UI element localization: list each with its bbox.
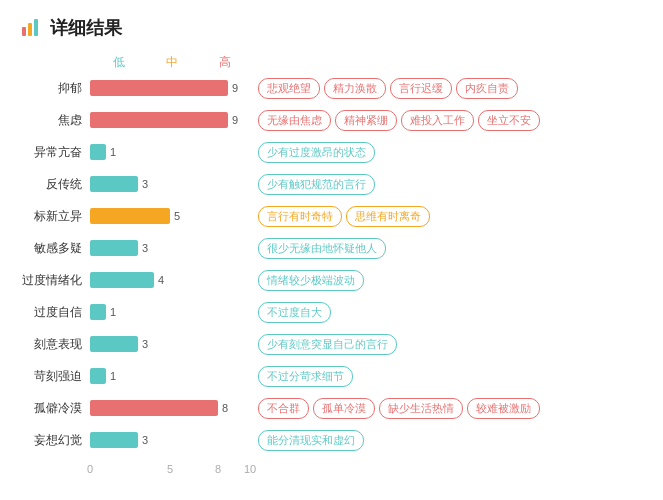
bar-value: 1 [110, 306, 128, 318]
tags-area: 少有触犯规范的言行 [258, 174, 643, 195]
bar-area: 5 [90, 208, 250, 224]
bar [90, 432, 138, 448]
row-label: 过度自信 [20, 304, 90, 321]
chart-row: 反传统3少有触犯规范的言行 [20, 171, 643, 197]
bar-value: 1 [110, 146, 128, 158]
tag: 坐立不安 [478, 110, 540, 131]
bar-value: 3 [142, 434, 160, 446]
bar-value: 3 [142, 242, 160, 254]
x-num-8: 8 [215, 463, 221, 475]
x-num-0: 0 [87, 463, 93, 475]
row-label: 苛刻强迫 [20, 368, 90, 385]
bar-area: 8 [90, 400, 250, 416]
x-axis-numbers: 0 5 8 10 [90, 463, 250, 479]
tag: 少有触犯规范的言行 [258, 174, 375, 195]
chart-row: 过度情绪化4情绪较少极端波动 [20, 267, 643, 293]
bar-area: 3 [90, 432, 250, 448]
bar-area: 1 [90, 144, 250, 160]
tags-area: 很少无缘由地怀疑他人 [258, 238, 643, 259]
chart-row: 抑郁9悲观绝望精力涣散言行迟缓内疚自责 [20, 75, 643, 101]
tag: 不过度自大 [258, 302, 331, 323]
tag: 思维有时离奇 [346, 206, 430, 227]
svg-rect-1 [28, 23, 32, 36]
bar-area: 3 [90, 240, 250, 256]
axis-high: 高 [219, 54, 231, 71]
bar-area: 3 [90, 336, 250, 352]
tag: 缺少生活热情 [379, 398, 463, 419]
row-label: 过度情绪化 [20, 272, 90, 289]
bar [90, 112, 228, 128]
bar [90, 240, 138, 256]
row-label: 反传统 [20, 176, 90, 193]
tags-area: 无缘由焦虑精神紧绷难投入工作坐立不安 [258, 110, 643, 131]
row-label: 抑郁 [20, 80, 90, 97]
row-label: 妄想幻觉 [20, 432, 90, 449]
tags-area: 少有刻意突显自己的言行 [258, 334, 643, 355]
tag: 难投入工作 [401, 110, 474, 131]
bar [90, 304, 106, 320]
page-container: 详细结果 低 中 高 抑郁9悲观绝望精力涣散言行迟缓内疚自责焦虑9无缘由焦虑精神… [20, 16, 643, 479]
tag: 精神紧绷 [335, 110, 397, 131]
tag: 很少无缘由地怀疑他人 [258, 238, 386, 259]
bar [90, 272, 154, 288]
tags-area: 不过度自大 [258, 302, 643, 323]
row-label: 焦虑 [20, 112, 90, 129]
bar-area: 1 [90, 304, 250, 320]
chart-row: 敏感多疑3很少无缘由地怀疑他人 [20, 235, 643, 261]
bar-value: 3 [142, 178, 160, 190]
axis-labels: 低 中 高 [92, 54, 252, 71]
bar-area: 3 [90, 176, 250, 192]
row-label: 孤僻冷漠 [20, 400, 90, 417]
tag: 少有过度激昂的状态 [258, 142, 375, 163]
tags-area: 言行有时奇特思维有时离奇 [258, 206, 643, 227]
svg-rect-0 [22, 27, 26, 36]
bar-value: 3 [142, 338, 160, 350]
bar [90, 176, 138, 192]
bar [90, 80, 228, 96]
chart-row: 苛刻强迫1不过分苛求细节 [20, 363, 643, 389]
row-label: 敏感多疑 [20, 240, 90, 257]
row-label: 异常亢奋 [20, 144, 90, 161]
tag: 不过分苛求细节 [258, 366, 353, 387]
bar-area: 9 [90, 112, 250, 128]
x-num-5: 5 [167, 463, 173, 475]
tag: 孤单冷漠 [313, 398, 375, 419]
tag: 能分清现实和虚幻 [258, 430, 364, 451]
bar-area: 1 [90, 368, 250, 384]
chart-row: 孤僻冷漠8不合群孤单冷漠缺少生活热情较难被激励 [20, 395, 643, 421]
chart-row: 异常亢奋1少有过度激昂的状态 [20, 139, 643, 165]
tag: 少有刻意突显自己的言行 [258, 334, 397, 355]
tag: 情绪较少极端波动 [258, 270, 364, 291]
tags-area: 不过分苛求细节 [258, 366, 643, 387]
tag: 精力涣散 [324, 78, 386, 99]
bar [90, 144, 106, 160]
bar-value: 9 [232, 114, 250, 126]
bar-value: 4 [158, 274, 176, 286]
chart-row: 焦虑9无缘由焦虑精神紧绷难投入工作坐立不安 [20, 107, 643, 133]
chart-row: 过度自信1不过度自大 [20, 299, 643, 325]
page-title: 详细结果 [50, 16, 122, 40]
bar-area: 4 [90, 272, 250, 288]
title-row: 详细结果 [20, 16, 643, 40]
chart-row: 妄想幻觉3能分清现实和虚幻 [20, 427, 643, 453]
bar-value: 9 [232, 82, 250, 94]
row-label: 标新立异 [20, 208, 90, 225]
bar [90, 336, 138, 352]
chart-icon [20, 17, 42, 39]
tag: 较难被激励 [467, 398, 540, 419]
chart-row: 标新立异5言行有时奇特思维有时离奇 [20, 203, 643, 229]
tag: 言行有时奇特 [258, 206, 342, 227]
tags-area: 情绪较少极端波动 [258, 270, 643, 291]
tags-area: 能分清现实和虚幻 [258, 430, 643, 451]
tag: 无缘由焦虑 [258, 110, 331, 131]
tags-area: 悲观绝望精力涣散言行迟缓内疚自责 [258, 78, 643, 99]
tag: 内疚自责 [456, 78, 518, 99]
tags-area: 不合群孤单冷漠缺少生活热情较难被激励 [258, 398, 643, 419]
row-label: 刻意表现 [20, 336, 90, 353]
axis-low: 低 [113, 54, 125, 71]
tag: 不合群 [258, 398, 309, 419]
bar [90, 400, 218, 416]
rows-container: 抑郁9悲观绝望精力涣散言行迟缓内疚自责焦虑9无缘由焦虑精神紧绷难投入工作坐立不安… [20, 75, 643, 459]
tag: 悲观绝望 [258, 78, 320, 99]
chart: 低 中 高 抑郁9悲观绝望精力涣散言行迟缓内疚自责焦虑9无缘由焦虑精神紧绷难投入… [20, 54, 643, 479]
